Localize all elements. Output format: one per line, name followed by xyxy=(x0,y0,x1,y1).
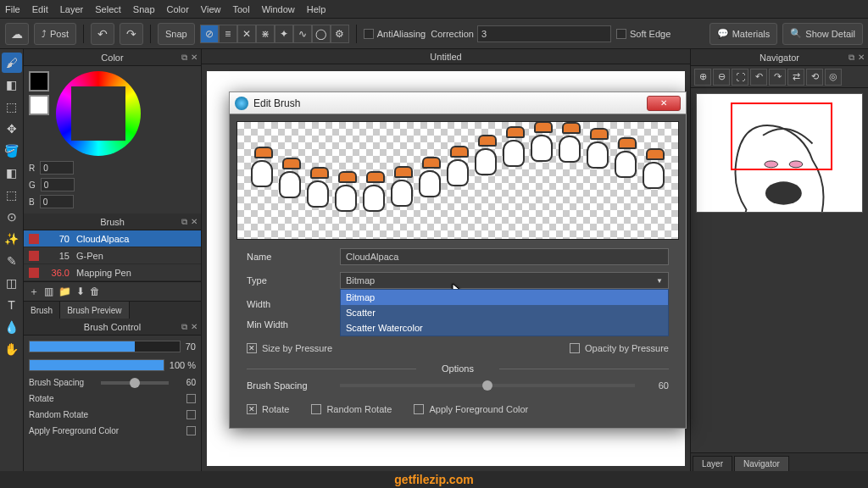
delete-brush-icon[interactable]: 🗑 xyxy=(90,286,100,297)
undock-icon[interactable]: ⧉ xyxy=(181,53,187,63)
type-option[interactable]: Scatter xyxy=(341,305,668,320)
r-input[interactable] xyxy=(40,161,74,175)
correction-select[interactable] xyxy=(477,25,611,42)
dlg-rotate-checkbox[interactable] xyxy=(247,404,257,414)
center-icon[interactable]: ◎ xyxy=(825,69,842,86)
menu-tool[interactable]: Tool xyxy=(232,4,249,14)
spacing-slider[interactable] xyxy=(101,381,169,385)
apply-fg-checkbox[interactable] xyxy=(186,426,196,435)
close-icon[interactable]: ✕ xyxy=(191,217,198,227)
menu-file[interactable]: File xyxy=(5,4,20,14)
hand-tool-icon[interactable]: ✋ xyxy=(2,339,22,359)
gradient-tool-icon[interactable]: ◧ xyxy=(2,163,22,183)
antialiasing-checkbox[interactable] xyxy=(364,29,374,39)
b-input[interactable] xyxy=(40,195,74,208)
wand-tool-icon[interactable]: ✨ xyxy=(2,229,22,249)
dot-tool-icon[interactable]: ⬚ xyxy=(2,97,22,117)
undock-icon[interactable]: ⧉ xyxy=(181,217,187,227)
navigator-viewport-rect[interactable] xyxy=(731,103,832,170)
snap-radial-icon[interactable]: ✦ xyxy=(275,25,293,43)
close-icon[interactable]: ✕ xyxy=(191,53,198,63)
zoom-out-icon[interactable]: ⊖ xyxy=(713,69,730,86)
opacity-pressure-checkbox[interactable] xyxy=(570,343,580,353)
menu-help[interactable]: Help xyxy=(307,4,326,14)
dlg-random-rotate-checkbox[interactable] xyxy=(311,404,321,414)
flip-icon[interactable]: ⇄ xyxy=(787,69,804,86)
type-option[interactable]: Scatter Watercolor xyxy=(341,320,668,336)
g-input[interactable] xyxy=(41,178,75,191)
menu-snap[interactable]: Snap xyxy=(133,4,155,14)
tab-navigator[interactable]: Navigator xyxy=(734,456,789,471)
rotate-right-icon[interactable]: ↷ xyxy=(769,69,786,86)
dialog-close-button[interactable]: ✕ xyxy=(647,96,681,111)
materials-button[interactable]: 💬 Materials xyxy=(709,23,778,45)
brush-item[interactable]: 15G-Pen xyxy=(24,247,201,264)
edit-brush-dialog: Edit Brush ✕ Name Type Bitmap▼ Bitmap Sc… xyxy=(229,92,687,429)
navigator-preview[interactable] xyxy=(696,93,863,213)
snap-curve-icon[interactable]: ∿ xyxy=(293,25,312,43)
dlg-spacing-slider[interactable] xyxy=(340,384,635,387)
folder-brush-icon[interactable]: 📁 xyxy=(58,286,71,297)
fill-tool-icon[interactable]: 🪣 xyxy=(2,141,22,161)
menu-select[interactable]: Select xyxy=(95,4,121,14)
opacity-slider[interactable] xyxy=(29,359,164,371)
color-wheel[interactable] xyxy=(56,71,141,156)
menu-layer[interactable]: Layer xyxy=(60,4,84,14)
tab-layer[interactable]: Layer xyxy=(693,456,732,471)
eraser-tool-icon[interactable]: ◧ xyxy=(2,75,22,95)
menu-view[interactable]: View xyxy=(201,4,221,14)
rotate-checkbox[interactable] xyxy=(186,394,196,403)
undo-button[interactable]: ↶ xyxy=(91,23,114,45)
snap-button[interactable]: Snap xyxy=(158,23,195,45)
selecterase-tool-icon[interactable]: ◫ xyxy=(2,273,22,293)
menu-window[interactable]: Window xyxy=(262,4,295,14)
snap-vanishing-icon[interactable]: ⋇ xyxy=(256,25,275,43)
zoom-in-icon[interactable]: ⊕ xyxy=(694,69,711,86)
softedge-checkbox[interactable] xyxy=(616,29,626,39)
size-pressure-checkbox[interactable] xyxy=(247,343,257,353)
brush-stroke-preview xyxy=(236,121,679,240)
document-tab[interactable]: Untitled xyxy=(202,49,690,64)
select-tool-icon[interactable]: ⬚ xyxy=(2,185,22,205)
fit-icon[interactable]: ⛶ xyxy=(732,69,748,86)
reset-icon[interactable]: ⟲ xyxy=(806,69,823,86)
lasso-tool-icon[interactable]: ⊙ xyxy=(2,207,22,227)
snap-settings-icon[interactable]: ⚙ xyxy=(331,25,349,43)
show-detail-button[interactable]: 🔍 Show Detail xyxy=(782,23,863,45)
cloud-icon[interactable]: ☁ xyxy=(5,23,29,45)
duplicate-brush-icon[interactable]: ▥ xyxy=(44,286,53,297)
foreground-swatch[interactable] xyxy=(29,71,49,92)
selectpen-tool-icon[interactable]: ✎ xyxy=(2,251,22,271)
tab-brush-preview[interactable]: Brush Preview xyxy=(60,302,129,319)
redo-button[interactable]: ↷ xyxy=(120,23,143,45)
brush-item[interactable]: 36.0Mapping Pen xyxy=(24,264,201,281)
dialog-titlebar[interactable]: Edit Brush ✕ xyxy=(230,92,686,114)
snap-parallel-icon[interactable]: ≡ xyxy=(219,25,237,43)
close-icon[interactable]: ✕ xyxy=(858,53,865,63)
move-tool-icon[interactable]: ✥ xyxy=(2,119,22,139)
name-input[interactable] xyxy=(340,248,669,265)
brush-tool-icon[interactable]: 🖌 xyxy=(2,53,22,73)
snap-ellipse-icon[interactable]: ◯ xyxy=(312,25,331,43)
close-icon[interactable]: ✕ xyxy=(191,322,198,332)
snap-off-icon[interactable]: ⊘ xyxy=(200,25,219,43)
brush-item[interactable]: 70CloudAlpaca xyxy=(24,230,201,247)
type-dropdown[interactable]: Bitmap▼ Bitmap Scatter Scatter Watercolo… xyxy=(340,272,669,289)
type-option[interactable]: Bitmap xyxy=(341,290,668,305)
random-rotate-checkbox[interactable] xyxy=(186,410,196,419)
add-brush-icon[interactable]: ＋ xyxy=(29,285,39,299)
undock-icon[interactable]: ⧉ xyxy=(181,322,187,332)
rotate-left-icon[interactable]: ↶ xyxy=(750,69,767,86)
dlg-apply-fg-checkbox[interactable] xyxy=(414,404,424,414)
background-swatch[interactable] xyxy=(29,95,49,115)
menu-edit[interactable]: Edit xyxy=(32,4,48,14)
download-brush-icon[interactable]: ⬇ xyxy=(76,286,85,297)
eyedropper-tool-icon[interactable]: 💧 xyxy=(2,317,22,337)
size-slider[interactable] xyxy=(29,341,181,352)
snap-crisscross-icon[interactable]: ✕ xyxy=(237,25,256,43)
tab-brush[interactable]: Brush xyxy=(24,302,60,319)
post-button[interactable]: ⤴ Post xyxy=(34,23,76,45)
text-tool-icon[interactable]: T xyxy=(2,295,22,315)
menu-color[interactable]: Color xyxy=(167,4,189,14)
undock-icon[interactable]: ⧉ xyxy=(849,53,854,63)
